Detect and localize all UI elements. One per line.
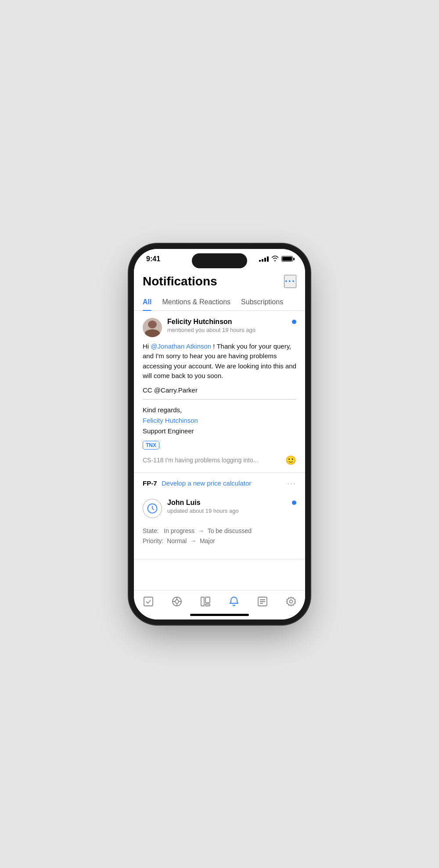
signature-greeting: Kind regards, [143,405,296,415]
tag-badge: TNX [143,441,159,450]
issue-ref-row: CS-118 I'm having problems logging into.… [143,455,296,465]
nav-settings[interactable] [285,596,297,607]
notif-1-author: Felicity Hutchinson [167,318,287,326]
unread-indicator-2 [292,501,296,505]
svg-point-16 [289,600,292,603]
issue-title-link[interactable]: Develop a new price calculator [162,479,251,487]
issue-more-button[interactable]: ··· [287,479,296,488]
home-indicator [190,614,249,616]
issue-id: FP-7 [143,479,157,487]
notif-2-header-row: John Luis updated about 19 hours ago [143,499,296,518]
status-icons [259,256,293,263]
state-arrow: → [198,527,204,534]
tab-subscriptions[interactable]: Subscriptions [241,294,283,310]
notif-1-meta: Felicity Hutchinson mentioned you about … [167,318,287,333]
notif-2-body: John Luis updated about 19 hours ago Sta… [134,492,305,559]
cc-line: CC @Carry.Parker [143,386,296,400]
notification-item-1: Felicity Hutchinson mentioned you about … [134,311,305,473]
dynamic-island [192,253,247,268]
nav-articles[interactable] [257,596,268,607]
state-to: To be discussed [208,527,252,534]
avatar-2 [143,499,162,518]
issue-ref-text: CS-118 I'm having problems logging into.… [143,457,258,464]
nav-notifications[interactable] [228,596,240,607]
nav-board[interactable] [200,596,211,607]
notification-item-2: FP-7 Develop a new price calculator ··· … [134,473,305,560]
priority-to: Major [200,537,215,544]
state-label: State: [143,527,159,534]
signature-role: Support Engineer [143,426,296,436]
nav-tasks[interactable] [143,596,154,607]
svg-marker-15 [287,597,295,606]
tabs-bar: All Mentions & Reactions Subscriptions [134,294,305,311]
svg-point-3 [175,600,179,603]
state-change-info: State: In progress → To be discussed Pri… [143,522,296,552]
notifications-header: Notifications ··· [134,267,305,294]
clock-icon [146,502,158,515]
signal-icon [259,256,269,262]
avatar [143,318,162,337]
tag-label: TNX [146,442,156,448]
notif-1-message: Hi @Jonathan Atkinson ! Thank you for yo… [143,342,296,381]
svg-rect-8 [201,597,204,606]
content-area: Notifications ··· All Mentions & Reactio… [134,267,305,590]
nav-help[interactable] [171,596,183,607]
unread-indicator [292,320,296,324]
battery-icon [281,256,293,262]
state-from: In progress [164,527,194,534]
status-time: 9:41 [146,255,160,263]
phone-frame: 9:41 Notifications [134,249,305,619]
priority-from: Normal [167,537,187,544]
notif-1-body: Felicity Hutchinson mentioned you about … [134,311,305,472]
header-more-button[interactable]: ··· [284,275,296,288]
wifi-icon [271,256,279,263]
issue-link-bar: FP-7 Develop a new price calculator ··· [134,473,305,492]
svg-rect-9 [205,597,210,603]
priority-label: Priority: [143,537,163,544]
notif-1-header-row: Felicity Hutchinson mentioned you about … [143,318,296,337]
signature-name-link[interactable]: Felicity Hutchinson [143,415,296,426]
page-title: Notifications [143,274,217,288]
svg-rect-10 [205,604,210,606]
signature: Kind regards, Felicity Hutchinson Suppor… [143,405,296,436]
notif-2-meta: John Luis updated about 19 hours ago [167,499,287,514]
tab-mentions-reactions[interactable]: Mentions & Reactions [162,294,230,310]
tab-all[interactable]: All [143,294,151,310]
svg-rect-1 [144,597,153,606]
notif-2-author: John Luis [167,499,287,507]
priority-arrow: → [190,537,196,544]
mention-link[interactable]: @Jonathan Atkinson [151,342,211,350]
notif-2-time: updated about 19 hours ago [167,508,287,514]
reaction-button[interactable]: 🙂 [285,455,296,465]
notif-1-time: mentioned you about 19 hours ago [167,327,287,333]
